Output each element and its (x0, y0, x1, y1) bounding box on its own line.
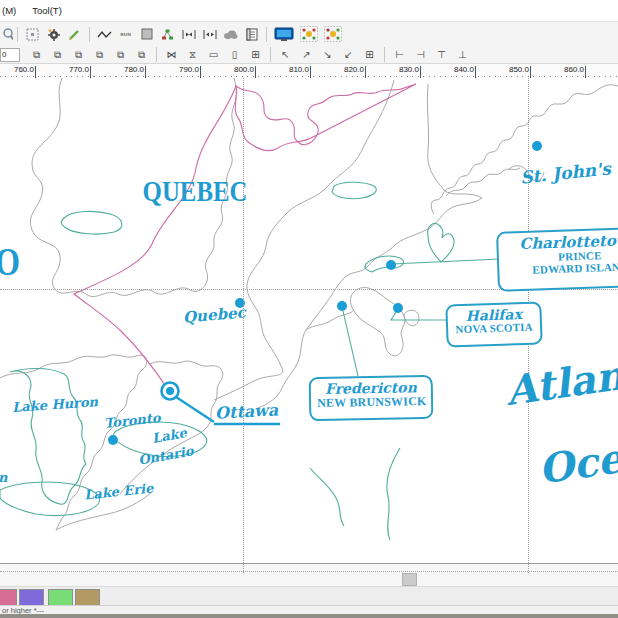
mirror-down-icon[interactable]: ⧉ (89, 46, 110, 63)
design-thumbnail-1-icon[interactable] (297, 26, 321, 43)
color-swatch-1[interactable] (0, 589, 17, 606)
callout-ns-province: NOVA SCOTIA (454, 322, 534, 336)
shrink-width-icon[interactable] (178, 26, 199, 43)
align-left-icon[interactable]: ⊢ (389, 46, 410, 63)
ruler-label: 800.0 (212, 65, 255, 74)
coastline-southern-ontario-1 (0, 355, 147, 530)
callout-prince-edward-island[interactable]: Charlottetown PRINCE EDWARD ISLAND (496, 226, 618, 292)
horizontal-scrollbar-thumb[interactable] (402, 573, 417, 586)
magdalen-islands (428, 224, 454, 262)
select-box-icon[interactable] (22, 26, 43, 43)
align-corner-se-icon[interactable]: ↘ (317, 46, 338, 63)
label-quebec-province[interactable]: QUEBEC (143, 174, 248, 209)
cloud-icon[interactable] (220, 26, 241, 43)
color-swatch-4[interactable] (75, 589, 100, 606)
ruler-label: 860.0 (542, 65, 585, 74)
menu-bar: (M) Tool(T) (0, 0, 618, 21)
ruler-label: 770.0 (47, 65, 90, 74)
marker-ottawa-dot (166, 387, 174, 395)
polyline-icon[interactable] (94, 26, 115, 43)
marker-st-johns (532, 141, 542, 151)
callout-new-brunswick[interactable]: Fredericton NEW BRUNSWICK (309, 375, 434, 421)
horizontal-guide-bottom (0, 571, 618, 572)
marker-halifax (393, 303, 403, 313)
network-nodes-icon[interactable] (157, 26, 178, 43)
rotate-cw-icon[interactable]: ⧉ (110, 46, 131, 63)
align-corner-nw-icon[interactable]: ↖ (275, 46, 296, 63)
run-stitch-icon[interactable]: ʀᴜɴ (115, 26, 136, 43)
coordinate-input[interactable]: 0 (0, 48, 20, 62)
transform-toolbar: 0 ⧉ ⧉ ⧉ ⧉ ⧉ ⧉ ⋈ ⧖ ▭ ▯ ⊞ ↖ ↗ ↘ ↙ ⊞ ⊢ ⊣ ⊤ … (0, 46, 618, 64)
coastline-cape-breton (404, 310, 419, 325)
mirror-up-icon[interactable]: ⧉ (68, 46, 89, 63)
align-center-icon[interactable]: ⊞ (359, 46, 380, 63)
ruler-label: 820.0 (322, 65, 365, 74)
border-ontario-quebec (74, 86, 236, 388)
menu-item-tool[interactable]: Tool(T) (32, 5, 62, 16)
label-ottawa[interactable]: Ottawa (215, 400, 279, 422)
marker-fredericton (337, 301, 347, 311)
lake-st-jean (332, 182, 376, 199)
grid-icon[interactable]: ⊞ (245, 46, 266, 63)
menu-item-m[interactable]: (M) (2, 5, 16, 16)
color-swatch-2[interactable] (19, 589, 44, 606)
align-top-icon[interactable]: ⊤ (431, 46, 452, 63)
fill-square-icon[interactable] (136, 26, 157, 43)
ruler-label: 780.0 (102, 65, 145, 74)
leader-fredericton (343, 311, 358, 376)
ruler-label: 850.0 (487, 65, 530, 74)
main-toolbar: ʀᴜɴ (0, 21, 618, 47)
lake-mistassini (61, 211, 122, 234)
label-ontario-partial[interactable]: O (0, 241, 20, 286)
align-bottom-icon[interactable]: ⊥ (452, 46, 473, 63)
marker-charlottetown (386, 260, 396, 270)
coastline-st-lawrence-north (214, 80, 394, 400)
align-corner-sw-icon[interactable]: ↙ (338, 46, 359, 63)
border-quebec-labrador (235, 84, 416, 150)
callout-nb-province: NEW BRUNSWICK (317, 395, 425, 409)
ruler-minor-ticks (0, 76, 618, 77)
stretch-horizontal-icon[interactable]: ▭ (203, 46, 224, 63)
expand-width-icon[interactable] (199, 26, 220, 43)
settings-gear-icon[interactable] (43, 26, 64, 43)
callout-nova-scotia[interactable]: Halifax NOVA SCOTIA (445, 301, 542, 347)
coastline-nova-scotia (350, 288, 405, 356)
ruler-label: 830.0 (377, 65, 420, 74)
color-swatch-3[interactable] (48, 589, 73, 606)
leader-charlottetown (392, 259, 500, 264)
label-michigan-partial[interactable]: n (0, 470, 7, 485)
mirror-left-icon[interactable]: ⧉ (26, 46, 47, 63)
coastline-newfoundland (431, 85, 618, 214)
rotate-ccw-icon[interactable]: ⧉ (131, 46, 152, 63)
align-corner-ne-icon[interactable]: ↗ (296, 46, 317, 63)
river-richelieu (310, 468, 344, 526)
ruler-label: 790.0 (157, 65, 200, 74)
embroidery-app-window: { "menu": { "items": { "m": "(M)", "tool… (0, 0, 618, 618)
ruler-label: 760.0 (0, 65, 35, 74)
zoom-icon[interactable] (0, 26, 13, 43)
thread-color-palette (0, 586, 618, 606)
horizontal-scrollbar-track[interactable] (0, 564, 618, 586)
mirror-right-icon[interactable]: ⧉ (47, 46, 68, 63)
pen-icon[interactable] (64, 26, 85, 43)
design-canvas[interactable]: QUEBEC O St. John's Quebec Ottawa Toront… (0, 78, 618, 564)
align-right-icon[interactable]: ⊣ (410, 46, 431, 63)
flip-horizontal-icon[interactable]: ⋈ (161, 46, 182, 63)
coastline-st-lawrence-south-gaspe (258, 84, 482, 408)
marker-toronto (108, 435, 118, 445)
window-bottom-edge (0, 614, 618, 618)
design-thumbnail-2-icon[interactable] (321, 26, 345, 43)
river-st-john (387, 448, 400, 540)
stretch-vertical-icon[interactable]: ▯ (224, 46, 245, 63)
flip-vertical-icon[interactable]: ⧖ (182, 46, 203, 63)
monitor-preview-icon[interactable] (271, 26, 297, 43)
ruler-label: 840.0 (432, 65, 475, 74)
notes-icon[interactable] (241, 26, 262, 43)
vertical-guide-1[interactable] (243, 78, 244, 573)
ruler-label: 810.0 (267, 65, 310, 74)
